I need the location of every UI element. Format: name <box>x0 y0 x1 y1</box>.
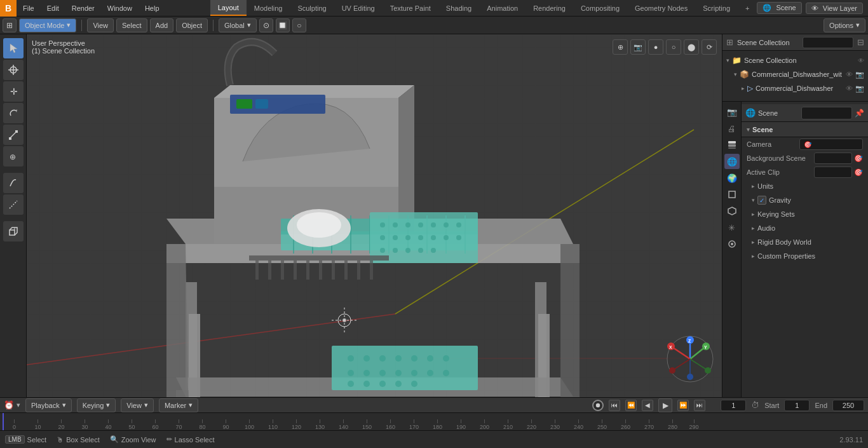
scene-selector[interactable]: 🌐 Scene <box>757 2 801 14</box>
rotate-tool-btn[interactable] <box>3 103 24 123</box>
viewport-gizmo[interactable]: Z Y X <box>665 334 715 384</box>
outliner-search[interactable] <box>803 37 853 48</box>
view-layer-selector[interactable]: 👁 View Layer <box>806 3 863 14</box>
snap-btn[interactable]: 🔲 <box>276 18 290 32</box>
tab-rendering[interactable]: Rendering <box>526 0 573 16</box>
view-menu-timeline[interactable]: View ▾ <box>121 398 154 412</box>
menu-help[interactable]: Help <box>139 0 166 16</box>
outliner-actions-1: 👁 📷 <box>846 85 864 93</box>
prop-particles-btn[interactable]: ✳ <box>724 220 740 235</box>
properties-search[interactable] <box>801 107 852 119</box>
prop-output-btn[interactable]: 🖨 <box>724 121 740 136</box>
select-tool-btn[interactable] <box>3 38 24 58</box>
menu-window[interactable]: Window <box>101 0 139 16</box>
keying-menu[interactable]: Keying ▾ <box>77 398 116 412</box>
outliner-item-1[interactable]: ▸ ▷ Commercial_Dishwasher 👁 📷 <box>722 81 868 95</box>
jump-end-btn[interactable]: ⏭ <box>694 400 705 411</box>
viewport[interactable]: User Perspective (1) Scene Collection ⊕ … <box>27 34 722 397</box>
active-clip-value[interactable] <box>814 166 852 178</box>
start-frame-input[interactable]: 1 <box>784 400 810 411</box>
camera-value[interactable]: 🎯 <box>799 139 863 150</box>
marker-menu[interactable]: Marker ▾ <box>159 398 198 412</box>
visibility-eye-1[interactable]: 👁 <box>846 85 853 93</box>
menu-edit[interactable]: Edit <box>41 0 65 16</box>
measure-btn[interactable] <box>3 194 24 215</box>
play-forward-btn[interactable]: ▶ <box>658 398 672 412</box>
tab-scripting[interactable]: Scripting <box>695 0 738 16</box>
menu-render[interactable]: Render <box>65 0 101 16</box>
tab-sculpting[interactable]: Sculpting <box>290 0 334 16</box>
tab-compositing[interactable]: Compositing <box>573 0 627 16</box>
prop-pin-icon[interactable]: 📌 <box>855 109 864 118</box>
viewport-gizmo-toggle[interactable]: ⟳ <box>702 39 717 55</box>
outliner-item-0[interactable]: ▾ 📦 Commercial_Dishwasher_wit 👁 📷 <box>722 67 868 81</box>
prop-modifier-btn[interactable] <box>724 203 740 219</box>
units-collapse[interactable]: ▸ Units <box>742 179 868 193</box>
tab-texture-paint[interactable]: Texture Paint <box>383 0 438 16</box>
gravity-collapse[interactable]: ▾ ✓ Gravity <box>742 193 868 207</box>
view-menu[interactable]: View <box>87 18 114 32</box>
prop-object-btn[interactable] <box>724 187 740 202</box>
tab-animation[interactable]: Animation <box>479 0 526 16</box>
select-menu[interactable]: Select <box>116 18 147 32</box>
step-back-btn[interactable]: ⏪ <box>625 400 637 411</box>
viewport-overlay-btn[interactable]: ⬤ <box>684 39 699 55</box>
select-mode-btn[interactable]: ⊞ <box>3 18 17 32</box>
transform-global[interactable]: Global ▾ <box>219 18 257 32</box>
current-frame-input[interactable]: 1 <box>721 400 746 411</box>
visibility-eye-0[interactable]: 👁 <box>846 71 853 79</box>
active-clip-eyedropper[interactable]: 🎯 <box>854 168 863 177</box>
outliner-visibility-icon[interactable]: 👁 <box>858 57 864 64</box>
keyframe-record-btn[interactable]: ⏺ <box>592 400 604 411</box>
rigid-body-world-collapse[interactable]: ▸ Rigid Body World <box>742 235 868 249</box>
jump-start-btn[interactable]: ⏮ <box>609 400 620 411</box>
object-mode-dropdown[interactable]: Object Mode ▾ <box>19 18 76 32</box>
viewport-render-mode-btn[interactable]: ● <box>648 39 663 55</box>
svg-point-57 <box>418 235 423 240</box>
keying-sets-collapse[interactable]: ▸ Keying Sets <box>742 207 868 221</box>
timeline-ruler[interactable]: 0102030405060708090100110120130140150160… <box>0 413 868 430</box>
tab-uv-editing[interactable]: UV Editing <box>334 0 383 16</box>
tab-shading[interactable]: Shading <box>438 0 479 16</box>
background-scene-eyedropper[interactable]: 🎯 <box>854 154 863 163</box>
playback-menu[interactable]: Playback ▾ <box>25 398 72 412</box>
outliner-filter-btn[interactable]: ⊟ <box>857 37 864 47</box>
add-cube-btn[interactable] <box>3 221 24 241</box>
audio-collapse[interactable]: ▸ Audio <box>742 221 868 235</box>
annotate-btn[interactable] <box>3 173 24 193</box>
outliner-actions-0: 👁 📷 <box>846 71 864 79</box>
scene-section-header[interactable]: ▾ Scene <box>742 122 868 137</box>
viewport-shading-btn[interactable]: ○ <box>666 39 681 55</box>
tab-layout[interactable]: Layout <box>210 0 247 16</box>
pivot-point-btn[interactable]: ⊙ <box>259 18 273 32</box>
render-camera-0[interactable]: 📷 <box>855 71 864 79</box>
prop-render-btn[interactable]: 📷 <box>724 104 740 119</box>
options-btn[interactable]: Options ▾ <box>824 18 865 32</box>
transform-tool-btn[interactable]: ⊕ <box>3 146 24 166</box>
step-fwd-btn[interactable]: ⏩ <box>677 400 689 411</box>
tab-add-workspace[interactable]: + <box>738 0 757 16</box>
render-camera-1[interactable]: 📷 <box>855 85 864 93</box>
prop-scene-btn[interactable]: 🌐 <box>724 154 740 169</box>
add-menu[interactable]: Add <box>150 18 174 32</box>
svg-marker-88 <box>166 244 189 397</box>
end-frame-input[interactable]: 250 <box>832 400 864 411</box>
play-back-btn[interactable]: ◀ <box>642 400 653 411</box>
custom-properties-collapse[interactable]: ▸ Custom Properties <box>742 249 868 263</box>
outliner-scene-collection[interactable]: ▾ 📁 Scene Collection 👁 <box>722 53 868 67</box>
background-scene-value[interactable] <box>814 153 852 164</box>
viewport-camera-btn[interactable]: 📷 <box>630 39 646 55</box>
prop-view-layer-btn[interactable] <box>724 137 740 153</box>
gravity-checkbox[interactable]: ✓ <box>757 196 766 205</box>
tab-modeling[interactable]: Modeling <box>247 0 290 16</box>
object-menu[interactable]: Object <box>176 18 208 32</box>
menu-file[interactable]: File <box>17 0 41 16</box>
move-tool-btn[interactable]: ✛ <box>3 81 24 102</box>
prop-physics-btn[interactable] <box>724 236 740 252</box>
prop-world-btn[interactable]: 🌍 <box>724 170 740 186</box>
cursor-tool-btn[interactable] <box>3 60 24 80</box>
viewport-options-btn[interactable]: ⊕ <box>613 39 628 55</box>
proportional-edit-btn[interactable]: ○ <box>292 18 306 32</box>
tab-geometry-nodes[interactable]: Geometry Nodes <box>627 0 695 16</box>
scale-tool-btn[interactable] <box>3 125 24 145</box>
